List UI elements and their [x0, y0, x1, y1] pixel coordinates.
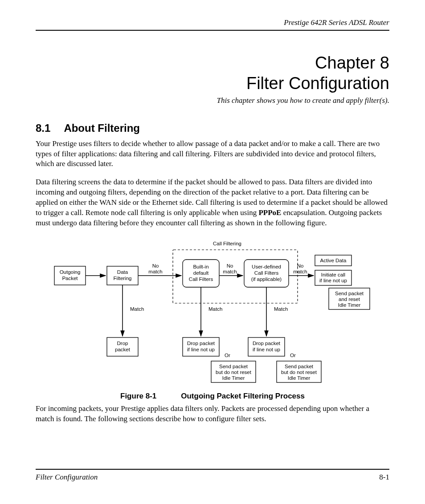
no-1: No	[152, 263, 159, 268]
drop-line-2-l1: Drop packet	[253, 341, 281, 346]
paragraph-1: Your Prestige uses filters to decide whe…	[36, 139, 389, 170]
running-title: Prestige 642R Series ADSL Router	[284, 18, 389, 27]
data-filtering-l2: Filtering	[114, 276, 132, 281]
initiate-call-l1: Initiate call	[321, 272, 345, 277]
section-title: About Filtering	[64, 122, 140, 134]
footer-page: 8-1	[379, 472, 389, 482]
figure-title: Outgoing Packet Filtering Process	[181, 392, 305, 400]
send-reset-l1: Send packet	[335, 291, 364, 296]
userdef-l2: Call Filters	[254, 270, 279, 276]
or-1: Or	[225, 353, 230, 358]
footer-left: Filter Configuration	[36, 472, 98, 482]
match2-2: match	[223, 269, 237, 274]
paragraph-2: Data filtering screens the data to deter…	[36, 177, 389, 228]
figure-diagram: Call Filtering Outgoing Packet Data Filt…	[36, 237, 389, 389]
figure-caption: Figure 8-1Outgoing Packet Filtering Proc…	[36, 391, 389, 401]
send-reset-l2: and reset	[339, 297, 360, 302]
chapter-line1: Chapter 8	[315, 53, 389, 72]
running-header: Prestige 642R Series ADSL Router	[36, 18, 389, 31]
send-noreset-1-l1: Send packet	[219, 364, 248, 369]
builtin-l1: Built-in	[193, 264, 208, 269]
match2-3: match	[293, 269, 307, 274]
page-footer: Filter Configuration 8-1	[36, 469, 389, 482]
send-noreset-1-l3: Idle Timer	[222, 375, 245, 381]
chapter-line2: Filter Configuration	[246, 74, 389, 93]
initiate-call-l2: if line not up	[319, 278, 347, 283]
no-2: No	[227, 263, 233, 268]
figure-label: Figure 8-1	[120, 391, 156, 401]
match-2: Match	[208, 306, 222, 312]
chapter-title: Chapter 8 Filter Configuration	[36, 53, 389, 93]
send-noreset-1-l2: but do not reset	[216, 370, 252, 375]
paragraph-3: For incoming packets, your Prestige appl…	[36, 404, 389, 424]
drop-line-2-l2: if line not up	[253, 347, 280, 352]
match-1: Match	[130, 306, 144, 312]
drop-packet-l1: Drop	[117, 341, 128, 346]
active-data-label: Active Data	[320, 258, 347, 263]
match-3: Match	[274, 306, 288, 312]
builtin-l3: Call Filters	[189, 276, 213, 282]
call-filtering-label: Call Filtering	[213, 241, 241, 246]
drop-line-1-l2: if line not up	[187, 347, 215, 352]
data-filtering-l1: Data	[117, 269, 128, 275]
no-3: No	[297, 263, 304, 268]
section-number: 8.1	[36, 121, 50, 135]
match2-1: match	[148, 269, 162, 274]
or-2: Or	[290, 353, 296, 358]
send-noreset-2-l1: Send packet	[285, 364, 314, 369]
drop-packet-l2: packet	[115, 347, 131, 352]
outgoing-packet-l1: Outgoing	[60, 269, 81, 275]
drop-line-1-l1: Drop packet	[187, 341, 215, 346]
section-heading: 8.1About Filtering	[36, 121, 389, 135]
send-noreset-2-l3: Idle Timer	[288, 375, 311, 381]
send-reset-l3: Idle Timer	[338, 302, 361, 308]
outgoing-packet-l2: Packet	[62, 276, 78, 281]
send-noreset-2-l2: but do not reset	[281, 370, 317, 375]
builtin-l2: default	[193, 270, 209, 276]
userdef-l1: User-defined	[252, 264, 281, 269]
p2-bold: PPPoE	[258, 208, 281, 217]
chapter-subtitle: This chapter shows you how to create and…	[36, 96, 389, 106]
userdef-l3: (if applicable)	[251, 276, 282, 282]
